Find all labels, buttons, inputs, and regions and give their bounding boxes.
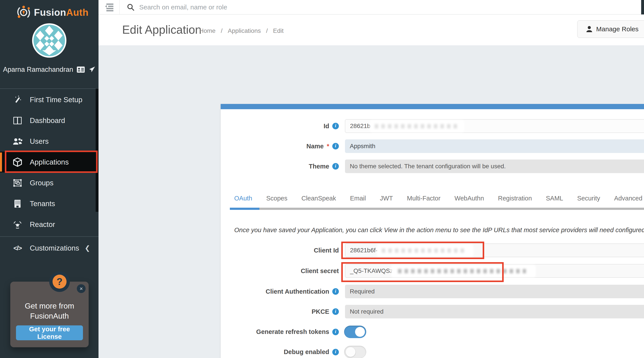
client-id-label: Client Id	[225, 244, 339, 257]
dashboard-icon	[13, 117, 22, 124]
tab-jwt[interactable]: JWT	[380, 192, 393, 210]
fusionauth-logo[interactable]: FusionAuth	[16, 3, 88, 22]
object-group-icon	[13, 179, 22, 187]
id-field[interactable]: 28621b	[345, 119, 644, 133]
tab-security[interactable]: Security	[577, 192, 600, 210]
client-secret-field[interactable]: _Q5-TKAWQSz7s	[345, 264, 644, 278]
cube-icon	[13, 158, 22, 167]
manage-roles-button[interactable]: Manage Roles	[577, 20, 644, 38]
id-card-icon[interactable]	[76, 66, 85, 73]
name-field[interactable]: Appsmith	[345, 140, 644, 153]
tab-webauthn[interactable]: WebAuthn	[454, 192, 484, 210]
get-free-license-button[interactable]: Get your free License	[16, 326, 83, 340]
sidebar-item-reactor[interactable]: Reactor	[0, 214, 98, 235]
id-label: Id	[225, 119, 339, 133]
promo-title: Get more from FusionAuth	[10, 301, 89, 321]
sidebar-scrollbar[interactable]	[96, 88, 98, 212]
client-id-field[interactable]: 28621b6f-	[345, 244, 644, 257]
sidebar-item-tenants[interactable]: Tenants	[0, 193, 98, 214]
card-accent-bar	[221, 104, 644, 109]
topbar-divider	[119, 0, 120, 14]
main-content: Id 28621b Name* Appsmith Theme No theme …	[98, 45, 644, 358]
info-icon[interactable]	[332, 349, 339, 355]
breadcrumb-separator: /	[221, 27, 222, 34]
page-title: Edit Application	[122, 23, 202, 36]
breadcrumb-home[interactable]: Home	[199, 27, 216, 34]
sidebar-item-groups[interactable]: Groups	[0, 172, 98, 193]
sidebar-item-label: Tenants	[30, 200, 55, 208]
topbar	[98, 0, 644, 14]
breadcrumb: Home / Applications / Edit	[199, 27, 284, 34]
tab-multi-factor[interactable]: Multi-Factor	[407, 192, 440, 210]
application-form-card: Id 28621b Name* Appsmith Theme No theme …	[221, 104, 644, 358]
sidebar-item-dashboard[interactable]: Dashboard	[0, 110, 98, 131]
sidebar-item-customizations[interactable]: </> Customizations ❮	[0, 238, 98, 258]
tab-oauth[interactable]: OAuth	[234, 192, 252, 210]
help-button[interactable]: ?	[49, 271, 70, 292]
theme-select[interactable]: No theme selected. The tenant configurat…	[345, 160, 644, 173]
radiation-icon	[13, 220, 22, 229]
generate-refresh-tokens-toggle[interactable]	[344, 326, 366, 338]
breadcrumb-applications[interactable]: Applications	[228, 27, 261, 34]
info-icon[interactable]	[332, 163, 339, 170]
viewport-scrollbar[interactable]	[641, 0, 644, 14]
client-authentication-label: Client Authentication	[225, 285, 339, 298]
sidebar-divider	[0, 236, 98, 237]
search-input[interactable]	[139, 4, 468, 11]
debug-enabled-toggle[interactable]	[344, 346, 366, 358]
close-icon[interactable]: ×	[77, 284, 86, 293]
tab-registration[interactable]: Registration	[498, 192, 532, 210]
tab-email[interactable]: Email	[350, 192, 366, 210]
name-label: Name*	[225, 140, 339, 153]
user-row: Aparna Ramachandran	[0, 66, 98, 74]
redaction-smudge	[371, 122, 463, 131]
pkce-select[interactable]: Not required	[345, 305, 644, 318]
debug-enabled-label: Debug enabled	[225, 346, 339, 358]
avatar	[32, 23, 67, 58]
client-authentication-select[interactable]: Required	[345, 285, 644, 298]
generate-refresh-tokens-label: Generate refresh tokens	[225, 326, 339, 338]
sidebar: FusionAuth Aparna Ramachandran	[0, 0, 98, 358]
tab-scopes[interactable]: Scopes	[266, 192, 288, 210]
client-secret-label: Client secret	[225, 264, 339, 278]
sidebar-item-applications[interactable]: Applications	[0, 152, 98, 172]
sidebar-item-label: Dashboard	[30, 116, 65, 125]
pkce-label: PKCE	[225, 305, 339, 318]
user-name: Aparna Ramachandran	[3, 66, 73, 74]
sidebar-item-label: Reactor	[30, 220, 55, 229]
sidebar-item-label: Applications	[30, 158, 69, 166]
tab-saml[interactable]: SAML	[546, 192, 563, 210]
info-icon[interactable]	[332, 329, 339, 335]
collapse-sidebar-icon[interactable]	[105, 3, 114, 12]
info-icon[interactable]	[332, 308, 339, 315]
info-icon[interactable]	[332, 288, 339, 295]
magic-wand-icon	[13, 96, 22, 104]
sidebar-item-label: Groups	[30, 179, 54, 187]
redaction-smudge	[392, 266, 534, 276]
sidebar-item-first-time-setup[interactable]: First Time Setup	[0, 89, 98, 110]
users-icon	[13, 138, 22, 145]
active-tab-indicator	[230, 208, 260, 210]
info-icon[interactable]	[332, 143, 339, 150]
search-icon	[127, 4, 134, 11]
building-icon	[13, 200, 22, 208]
sidebar-item-label: Users	[30, 137, 48, 146]
page-header: Edit Application Home / Applications / E…	[98, 15, 644, 45]
info-icon[interactable]	[332, 123, 339, 129]
breadcrumb-separator: /	[266, 27, 268, 34]
code-icon: </>	[13, 244, 22, 252]
tab-advanced[interactable]: Advanced	[614, 192, 642, 210]
chevron-left-icon: ❮	[85, 244, 90, 252]
send-icon[interactable]	[88, 66, 96, 73]
sidebar-nav: First Time Setup Dashboard Users Applica…	[0, 89, 98, 235]
theme-label: Theme	[225, 160, 339, 173]
sidebar-item-users[interactable]: Users	[0, 131, 98, 152]
tab-bar: OAuth Scopes CleanSpeak Email JWT Multi-…	[234, 192, 644, 210]
oauth-note: Once you have saved your Application, yo…	[234, 226, 644, 234]
breadcrumb-edit: Edit	[273, 27, 284, 34]
tab-cleanspeak[interactable]: CleanSpeak	[302, 192, 336, 210]
redaction-smudge	[378, 246, 472, 255]
sidebar-item-label: Customizations	[30, 244, 79, 252]
question-icon: ?	[52, 275, 66, 289]
fusionauth-admin: FusionAuth Aparna Ramachandran	[0, 0, 644, 358]
